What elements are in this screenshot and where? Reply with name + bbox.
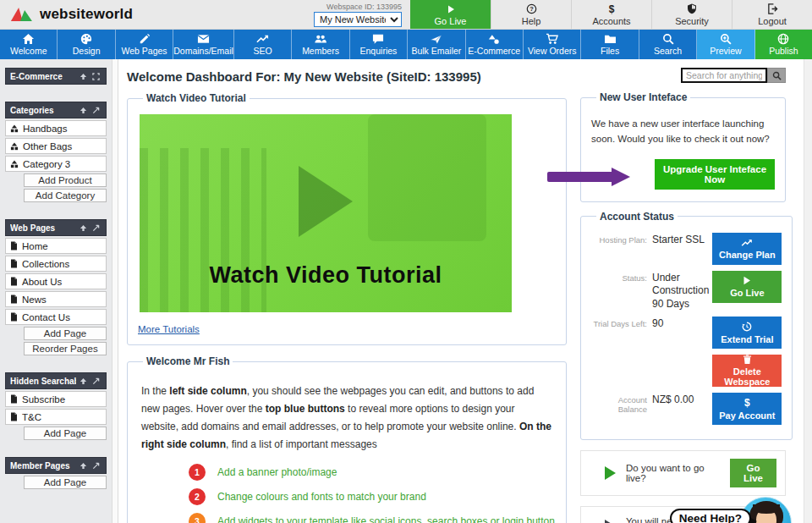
search-input[interactable] [681,68,767,83]
add-page-button[interactable]: Add Page [24,427,107,440]
add-product-button[interactable]: Add Product [24,173,107,187]
accounts-button[interactable]: $ Accounts [571,0,651,29]
page-item[interactable]: Subscribe [5,391,107,407]
home-icon [22,33,35,45]
add-page-button[interactable]: Add Page [24,327,107,340]
add-category-button[interactable]: Add Category [24,189,107,202]
collapse-up-icon[interactable] [78,223,89,234]
shapes-icon [10,124,19,133]
page-item[interactable]: Contact Us [5,309,107,325]
page-scrollbar[interactable] [804,59,812,523]
trending-up-icon [741,237,753,248]
play-icon [299,166,353,237]
help-button[interactable]: ? Help [491,0,571,29]
list-item[interactable]: 1 Add a banner photo/image [189,464,556,481]
site-select[interactable]: My New Website [314,12,402,27]
nav-design[interactable]: Design [58,30,115,59]
shapes-icon [488,33,500,45]
chat-icon [372,33,384,45]
page-item[interactable]: T&C [5,409,107,425]
account-row-status: Status: Under Construction 90 Days Go Li… [591,271,782,311]
welcome-panel: Welcome Mr Fish In the left side column,… [127,355,567,523]
pin-icon[interactable] [91,105,102,116]
nav-welcome[interactable]: Welcome [0,30,58,59]
trash-icon [743,355,752,365]
welcome-paragraph: In the left side column, you should see … [141,383,552,454]
golive-strip-button[interactable]: Go Live [730,459,776,487]
list-item[interactable]: 2 Change colours and fonts to match your… [189,488,556,505]
nav-domains-email[interactable]: Domains/Email [173,30,234,59]
video-thumbnail[interactable]: Watch Video Tutorial [140,114,512,312]
step-number-badge: 1 [189,464,206,481]
page-item[interactable]: About Us [5,273,107,289]
nav-seo[interactable]: SEO [234,30,292,59]
change-plan-button[interactable]: Change Plan [712,233,782,265]
expand-icon[interactable] [91,71,102,82]
upgrade-interface-button[interactable]: Upgrade User Inteface Now [655,159,775,190]
pin-icon[interactable] [91,376,102,387]
pay-account-button[interactable]: $ Pay Account [712,393,782,425]
nav-ecommerce[interactable]: E-Commerce [466,30,524,59]
shapes-icon [10,142,19,151]
collapse-up-icon[interactable] [78,105,89,116]
golive-message-strip: Do you want to go live? Go Live [580,450,786,496]
collapse-up-icon[interactable] [78,460,89,471]
sidebar-section-member-pages[interactable]: Member Pages [5,457,107,474]
play-icon [605,520,616,523]
collapse-up-icon[interactable] [78,71,89,82]
step-number-badge: 3 [189,513,206,523]
shapes-icon [10,160,19,168]
nav-enquiries[interactable]: Enquiries [350,30,408,59]
category-item[interactable]: Other Bags [5,138,107,154]
nav-publish[interactable]: Publish [755,30,812,59]
golive-button[interactable]: Go Live [712,271,782,303]
reorder-pages-button[interactable]: Reorder Pages [24,342,107,355]
search-submit-button[interactable] [767,68,786,83]
page-item[interactable]: Home [5,238,107,254]
page-icon [10,259,18,268]
more-tutorials-link[interactable]: More Tutorials [138,324,200,334]
left-sidebar: E-Commerce Categories Handbags Other Bag… [0,59,112,523]
webspace-id-label: Webspace ID: 133995 [326,3,402,11]
envelope-icon [197,33,210,45]
sidebar-section-hidden-pages[interactable]: Hidden Searchable Pages [5,372,107,389]
security-button[interactable]: Security [651,0,732,29]
need-help-bubble[interactable]: Need Help? [670,509,751,523]
sidebar-scrollbar[interactable] [112,59,118,523]
nav-bulk-emailer[interactable]: Bulk Emailer [408,30,465,59]
nav-files[interactable]: Files [581,30,639,59]
history-icon [742,322,752,333]
nav-web-pages[interactable]: Web Pages [116,30,173,59]
sidebar-section-ecommerce[interactable]: E-Commerce [5,68,107,85]
sidebar-section-webpages[interactable]: Web Pages [5,219,107,236]
logout-button[interactable]: Logout [732,0,812,29]
delete-webspace-button[interactable]: Delete Webspace [712,355,782,387]
category-item[interactable]: Category 3 [5,156,107,172]
logo[interactable]: websiteworld [0,0,169,29]
page-item[interactable]: News [5,291,107,307]
collapse-up-icon[interactable] [78,376,89,387]
new-ui-text: We have a new user interface launching s… [591,117,775,147]
send-icon [430,33,442,45]
nav-search[interactable]: Search [639,30,697,59]
logout-icon [767,3,778,15]
nav-view-orders[interactable]: View Orders [524,30,581,59]
nav-members[interactable]: Members [292,30,349,59]
page-icon [10,295,18,304]
page-item[interactable]: Collections [5,256,107,272]
page-icon [10,312,18,322]
pin-icon[interactable] [91,460,102,471]
folder-icon [604,33,617,45]
add-page-button[interactable]: Add Page [24,476,107,489]
play-icon [605,466,616,480]
golive-topbar-button[interactable]: Go Live [410,0,491,29]
pin-icon[interactable] [91,223,102,234]
account-row-balance: Account Balance NZ$ 0.00 $ Pay Account [591,393,782,425]
list-item[interactable]: 3 Add widgets to your template like soci… [189,513,556,523]
logo-text: websiteworld [40,6,133,23]
sidebar-section-categories[interactable]: Categories [5,102,107,118]
nav-preview[interactable]: Preview [697,30,754,59]
page-icon [10,394,18,404]
category-item[interactable]: Handbags [5,120,107,136]
extend-trial-button[interactable]: Extend Trial [712,317,782,349]
